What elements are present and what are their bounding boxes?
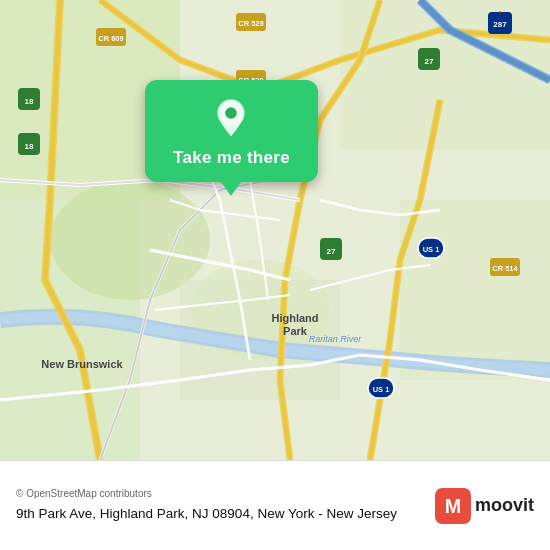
svg-text:27: 27 [425,57,434,66]
svg-text:18: 18 [25,142,34,151]
svg-point-37 [226,107,238,119]
svg-text:CR 529: CR 529 [238,19,263,28]
svg-text:US 1: US 1 [373,385,390,394]
svg-rect-7 [400,200,550,380]
moovit-icon: M [435,488,471,524]
address-section: © OpenStreetMap contributors 9th Park Av… [16,488,425,524]
location-pin-icon [211,98,251,138]
moovit-logo: M moovit [435,488,534,524]
svg-text:New Brunswick: New Brunswick [41,358,123,370]
svg-text:287: 287 [493,20,507,29]
map-svg: 18 18 CR 609 CR 529 CR 529 287 I 27 27 U… [0,0,550,460]
take-me-there-button[interactable]: Take me there [173,148,290,168]
svg-text:Raritan River: Raritan River [309,334,363,344]
map-container: 18 18 CR 609 CR 529 CR 529 287 I 27 27 U… [0,0,550,460]
bottom-bar: © OpenStreetMap contributors 9th Park Av… [0,460,550,550]
take-me-there-popup[interactable]: Take me there [145,80,318,182]
svg-text:CR 609: CR 609 [98,34,123,43]
svg-text:US 1: US 1 [423,245,440,254]
svg-text:M: M [445,495,461,517]
osm-credit: © OpenStreetMap contributors [16,488,425,499]
svg-text:18: 18 [25,97,34,106]
svg-text:CR 514: CR 514 [492,264,518,273]
popup-triangle [221,182,241,196]
popup-container: Take me there [145,80,318,196]
svg-text:27: 27 [327,247,336,256]
svg-text:Highland: Highland [271,312,318,324]
svg-text:Park: Park [283,325,308,337]
address-text: 9th Park Ave, Highland Park, NJ 08904, N… [16,505,425,524]
moovit-text: moovit [475,495,534,516]
